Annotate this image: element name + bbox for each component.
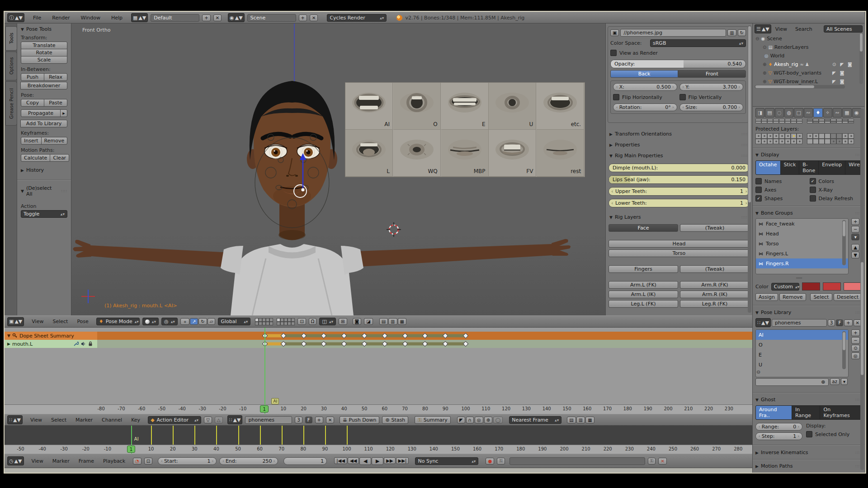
propagate-button[interactable]: Propagate bbox=[21, 109, 61, 117]
bottom-resize-strip[interactable] bbox=[5, 468, 752, 473]
outliner-item-renderlayers[interactable]: ⊙▤RenderLayers bbox=[763, 43, 808, 52]
filter-invert-button[interactable]: ▾ bbox=[841, 378, 848, 385]
ghost-tab-on-keyframes[interactable]: On Keyframes bbox=[820, 406, 861, 419]
jump-next-keyframe-button[interactable]: ▶▶ bbox=[384, 457, 395, 464]
layer-cell[interactable] bbox=[791, 121, 797, 123]
snap-element-select[interactable]: ◫▲▼ bbox=[319, 318, 336, 325]
pose-browse-button[interactable]: ◎ bbox=[851, 352, 860, 359]
proportional-edit-icon[interactable]: ⊞ bbox=[339, 318, 347, 325]
rig-layer-arm-r-ik-[interactable]: Arm.R (IK) bbox=[680, 291, 750, 298]
deselect-action-select[interactable]: Toggle▲▼ bbox=[21, 210, 67, 218]
auto-keying-mode-icon[interactable]: ⚿ bbox=[497, 458, 505, 465]
viewport-shading-select[interactable]: ▲▼ bbox=[142, 318, 159, 325]
menu-view[interactable]: View bbox=[28, 417, 44, 423]
rig-layer-arm-l-fk-[interactable]: Arm.L (FK) bbox=[609, 281, 678, 289]
delete-keyframes-icon[interactable]: ✕ bbox=[658, 458, 666, 465]
x-ray-checkbox[interactable] bbox=[810, 187, 816, 193]
back-toggle[interactable]: Back bbox=[610, 70, 678, 78]
sort-alphabetical-button[interactable]: az bbox=[830, 378, 840, 385]
ghost-range-field[interactable]: ‹ Range:0 › bbox=[755, 423, 802, 431]
push-button[interactable]: Push bbox=[21, 73, 44, 81]
cursor-toggle-icon[interactable]: ◤ bbox=[840, 62, 844, 67]
layer-cell[interactable] bbox=[767, 139, 773, 144]
offset-x-field[interactable]: ‹ X:0.500 › bbox=[613, 83, 677, 91]
protected-layers-grid-b[interactable] bbox=[807, 133, 854, 144]
reload-image-icon[interactable]: ↻ bbox=[738, 29, 746, 36]
properties-tab-4[interactable]: □ bbox=[794, 108, 803, 117]
action-browse-button[interactable]: ∷▲▼ bbox=[227, 415, 243, 424]
menu-search[interactable]: Search bbox=[793, 26, 815, 32]
timeline-ruler[interactable]: -50-40-30-20-100102030405060708090100110… bbox=[5, 445, 752, 454]
list-item-face-tweak[interactable]: ⋈Face_tweak bbox=[756, 219, 848, 229]
bone-group-move-down-button[interactable]: ▼ bbox=[851, 252, 859, 258]
list-item-o[interactable]: O bbox=[756, 340, 848, 350]
menu-render[interactable]: Render bbox=[50, 15, 72, 21]
insert-keyframe-button[interactable]: Insert bbox=[21, 137, 42, 145]
tab-tools[interactable]: Tools bbox=[5, 26, 17, 51]
layer-cell[interactable] bbox=[807, 133, 813, 139]
copy-keyframes-icon[interactable]: ▤ bbox=[567, 417, 576, 423]
camera-toggle-icon[interactable]: ◙ bbox=[848, 62, 852, 67]
pose-library-header[interactable]: ▼Pose Library∷∷ bbox=[755, 310, 862, 315]
screen-layout-field[interactable]: Default bbox=[151, 14, 199, 22]
relax-button[interactable]: Relax bbox=[44, 73, 67, 81]
delete-scene-button[interactable]: ✕ bbox=[310, 14, 318, 21]
menu-key[interactable]: Key bbox=[129, 417, 142, 423]
list-item-head[interactable]: ⋈Head bbox=[756, 229, 848, 239]
layer-cell[interactable] bbox=[819, 121, 825, 123]
layer-cell[interactable] bbox=[830, 121, 836, 123]
cursor-toggle-icon[interactable]: ◤ bbox=[832, 79, 836, 84]
current-frame-field[interactable]: 1 bbox=[283, 457, 327, 465]
bone-group-remove-button[interactable]: − bbox=[851, 226, 859, 233]
insert-keyframes-icon[interactable]: ⚿ bbox=[648, 458, 656, 465]
layer-cell[interactable] bbox=[773, 133, 779, 139]
properties-tab-3[interactable]: ◍ bbox=[784, 108, 793, 117]
pose-library-new-button[interactable]: + bbox=[844, 319, 852, 326]
menu-select[interactable]: Select bbox=[50, 319, 70, 324]
ghost-tab-around-fra-[interactable]: Around Fra.. bbox=[756, 406, 792, 419]
jump-to-end-button[interactable]: ▶▶| bbox=[396, 457, 409, 464]
menu-file[interactable]: File bbox=[31, 15, 43, 21]
layer-cell[interactable] bbox=[842, 139, 848, 144]
play-button[interactable]: ▶ bbox=[372, 457, 383, 465]
rig-main-properties-header[interactable]: ▼Rig Main Properties∷∷ bbox=[609, 153, 748, 159]
expand-icon[interactable]: ⊕ bbox=[763, 79, 766, 84]
current-frame-line[interactable] bbox=[264, 328, 265, 414]
play-reverse-button[interactable]: ◀ bbox=[359, 457, 371, 465]
properties-tab-9[interactable]: ▦ bbox=[842, 108, 851, 117]
size-field[interactable]: ‹ Size:0.700 › bbox=[679, 103, 744, 111]
pack-image-icon[interactable]: ▥ bbox=[727, 29, 736, 36]
bone-groups-list[interactable]: ⋈Face_tweak⋈Head⋈Torso⋈Fingers.L⋈Fingers… bbox=[755, 218, 849, 274]
editor-type-dopesheet-button[interactable]: ∷▲▼ bbox=[7, 415, 23, 424]
rig-layers-header[interactable]: ▼Rig Layers∷∷ bbox=[609, 214, 748, 220]
rig-layer-head[interactable]: Head bbox=[609, 240, 750, 248]
remove-button[interactable]: Remove bbox=[779, 293, 806, 301]
rig-layer-fingers[interactable]: Fingers bbox=[609, 265, 678, 273]
color-swatch-selected[interactable] bbox=[823, 282, 841, 291]
pose-list[interactable]: AIOEU bbox=[755, 329, 849, 377]
lock-to-scene-icon[interactable]: ⊡ bbox=[297, 318, 306, 325]
bone-group-add-button[interactable]: + bbox=[851, 218, 859, 225]
rig-prop-upper-teeth-[interactable]: ‹›Upper Teeth:1 bbox=[609, 187, 750, 196]
deselect-all-header[interactable]: ▼(De)select All∷∷ bbox=[21, 185, 67, 197]
layer-cell[interactable] bbox=[848, 133, 854, 139]
image-icon[interactable]: ▣ bbox=[610, 29, 619, 36]
manipulator-scale-button[interactable]: ▱ bbox=[208, 318, 216, 325]
stash-button[interactable]: ⊛Stash bbox=[382, 416, 408, 424]
clear-paths-button[interactable]: Clear bbox=[50, 154, 69, 162]
copy-pose-icon[interactable]: ▤ bbox=[379, 318, 388, 325]
opacity-slider[interactable]: Opacity: 0.540 bbox=[610, 60, 746, 68]
expand-icon[interactable]: ⊖ bbox=[755, 36, 759, 41]
properties-header[interactable]: ▶Properties∷∷ bbox=[609, 142, 748, 148]
history-header[interactable]: ▶History bbox=[21, 167, 67, 173]
names-checkbox[interactable] bbox=[755, 178, 762, 184]
rig-prop-lips-seal-jaw-[interactable]: Lips Seal (jaw):0.150 bbox=[609, 175, 750, 184]
layer-cell[interactable] bbox=[836, 121, 842, 123]
layer-cell[interactable] bbox=[807, 121, 813, 123]
layer-cell[interactable] bbox=[825, 139, 830, 144]
outliner-item-scene[interactable]: ⊖◉Scene bbox=[755, 34, 782, 43]
pose-library-name-field[interactable]: phonemes bbox=[772, 319, 827, 327]
layer-cell[interactable] bbox=[785, 121, 791, 123]
zoom-filter-icon[interactable]: ⊕ bbox=[484, 417, 492, 423]
menu-select[interactable]: Select bbox=[49, 417, 69, 423]
